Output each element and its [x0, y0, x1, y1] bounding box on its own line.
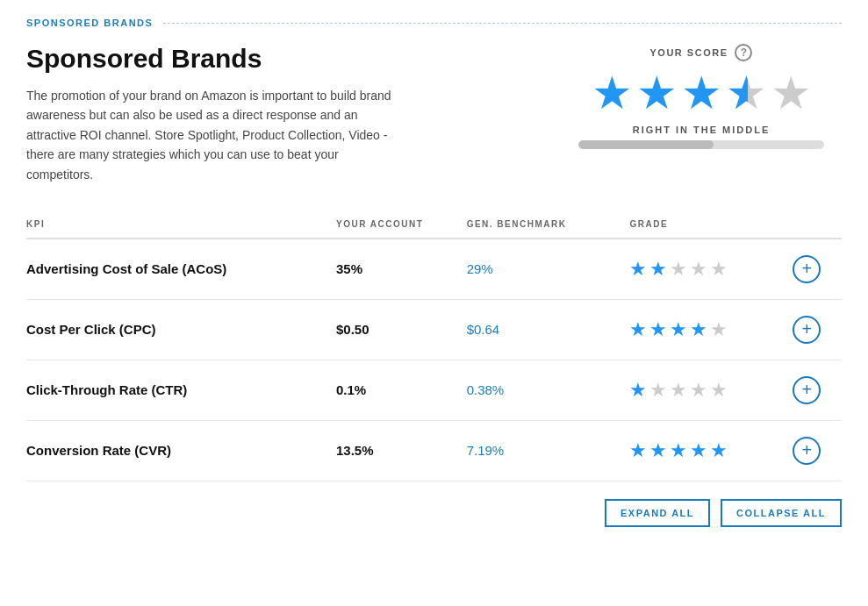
score-star-3: ★	[681, 70, 722, 116]
kpi-grade-cell: ★★★★★	[629, 420, 793, 481]
kpi-grade-cell: ★★★★★	[629, 360, 793, 420]
kpi-grade-cell: ★★★★★	[629, 239, 793, 300]
col-header-action	[793, 210, 842, 239]
kpi-benchmark-value: 7.19%	[467, 443, 505, 458]
kpi-account-cell: 13.5%	[336, 420, 467, 481]
table-row: Advertising Cost of Sale (ACoS)35%29%★★★…	[26, 239, 842, 300]
kpi-account-value: 13.5%	[336, 443, 374, 458]
kpi-action-cell: +	[793, 360, 842, 420]
kpi-benchmark-value: 29%	[467, 261, 493, 276]
kpi-name: Cost Per Click (CPC)	[26, 322, 156, 337]
kpi-star-filled: ★	[690, 441, 707, 460]
kpi-account-value: 35%	[336, 261, 362, 276]
kpi-star-filled: ★	[670, 320, 687, 339]
col-header-grade: GRADE	[629, 210, 793, 239]
col-header-account: YOUR ACCOUNT	[336, 210, 467, 239]
kpi-star-empty: ★	[670, 381, 687, 400]
kpi-benchmark-cell: $0.64	[467, 299, 630, 360]
score-bar	[578, 140, 824, 149]
kpi-account-value: $0.50	[336, 322, 369, 337]
kpi-name: Advertising Cost of Sale (ACoS)	[26, 261, 226, 276]
kpi-benchmark-value: 0.38%	[467, 382, 505, 397]
kpi-name-cell: Cost Per Click (CPC)	[26, 299, 336, 360]
score-description: RIGHT IN THE MIDDLE	[633, 125, 771, 135]
score-stars: ★ ★ ★ ★ ★ ★	[592, 70, 812, 116]
kpi-star-filled: ★	[629, 381, 647, 400]
kpi-action-cell: +	[793, 299, 842, 360]
kpi-star-filled: ★	[670, 441, 687, 460]
kpi-star-empty: ★	[710, 381, 728, 400]
kpi-account-value: 0.1%	[336, 382, 366, 397]
kpi-name-cell: Conversion Rate (CVR)	[26, 420, 336, 481]
kpi-grade-stars: ★★★★★	[629, 260, 784, 279]
kpi-expand-button[interactable]: +	[793, 316, 821, 344]
table-row: Click-Through Rate (CTR)0.1%0.38%★★★★★+	[26, 360, 842, 420]
kpi-grade-cell: ★★★★★	[629, 299, 793, 360]
score-star-2: ★	[636, 70, 678, 116]
kpi-star-empty: ★	[690, 381, 707, 400]
kpi-expand-button[interactable]: +	[793, 376, 821, 404]
kpi-star-empty: ★	[690, 260, 707, 279]
kpi-grade-stars: ★★★★★	[629, 320, 784, 339]
kpi-star-filled: ★	[649, 320, 667, 339]
kpi-account-cell: 35%	[336, 239, 467, 300]
kpi-star-filled: ★	[629, 260, 647, 279]
kpi-star-empty: ★	[649, 381, 667, 400]
kpi-name-cell: Advertising Cost of Sale (ACoS)	[26, 239, 336, 300]
score-star-5: ★	[771, 70, 812, 116]
kpi-benchmark-cell: 0.38%	[467, 360, 630, 420]
kpi-name-cell: Click-Through Rate (CTR)	[26, 360, 336, 420]
kpi-action-cell: +	[793, 420, 842, 481]
kpi-benchmark-cell: 29%	[467, 239, 630, 300]
kpi-grade-stars: ★★★★★	[629, 441, 784, 460]
score-label: YOUR SCORE	[650, 47, 728, 58]
score-star-1: ★	[592, 70, 633, 116]
kpi-name: Conversion Rate (CVR)	[26, 443, 171, 458]
kpi-star-filled: ★	[710, 441, 728, 460]
kpi-star-filled: ★	[690, 320, 707, 339]
kpi-account-cell: $0.50	[336, 299, 467, 360]
kpi-benchmark-cell: 7.19%	[467, 420, 630, 481]
kpi-table: KPI YOUR ACCOUNT GEN. BENCHMARK GRADE Ad…	[26, 210, 842, 481]
score-star-4: ★ ★	[726, 70, 767, 116]
expand-all-button[interactable]: EXPAND ALL	[605, 499, 710, 527]
section-header-label: SPONSORED BRANDS	[26, 18, 153, 28]
kpi-star-empty: ★	[710, 320, 728, 339]
kpi-grade-stars: ★★★★★	[629, 381, 784, 400]
kpi-star-empty: ★	[670, 260, 687, 279]
kpi-star-filled: ★	[629, 320, 647, 339]
kpi-star-filled: ★	[649, 441, 667, 460]
kpi-benchmark-value: $0.64	[467, 322, 500, 337]
table-row: Cost Per Click (CPC)$0.50$0.64★★★★★+	[26, 299, 842, 360]
kpi-expand-button[interactable]: +	[793, 437, 821, 465]
kpi-account-cell: 0.1%	[336, 360, 467, 420]
kpi-star-filled: ★	[629, 441, 647, 460]
page-title: Sponsored Brands	[26, 44, 395, 74]
bottom-buttons: EXPAND ALL COLLAPSE ALL	[26, 499, 842, 527]
table-row: Conversion Rate (CVR)13.5%7.19%★★★★★+	[26, 420, 842, 481]
score-help-button[interactable]: ?	[735, 44, 752, 61]
kpi-expand-button[interactable]: +	[793, 255, 821, 283]
table-header-row: KPI YOUR ACCOUNT GEN. BENCHMARK GRADE	[26, 210, 842, 239]
col-header-benchmark: GEN. BENCHMARK	[467, 210, 630, 239]
kpi-star-filled: ★	[649, 260, 667, 279]
collapse-all-button[interactable]: COLLAPSE ALL	[721, 499, 842, 527]
section-header-divider	[163, 23, 842, 24]
col-header-kpi: KPI	[26, 210, 336, 239]
kpi-action-cell: +	[793, 239, 842, 300]
page-description: The promotion of your brand on Amazon is…	[26, 86, 395, 184]
kpi-name: Click-Through Rate (CTR)	[26, 382, 187, 397]
kpi-star-empty: ★	[710, 260, 728, 279]
score-bar-fill	[578, 140, 714, 149]
